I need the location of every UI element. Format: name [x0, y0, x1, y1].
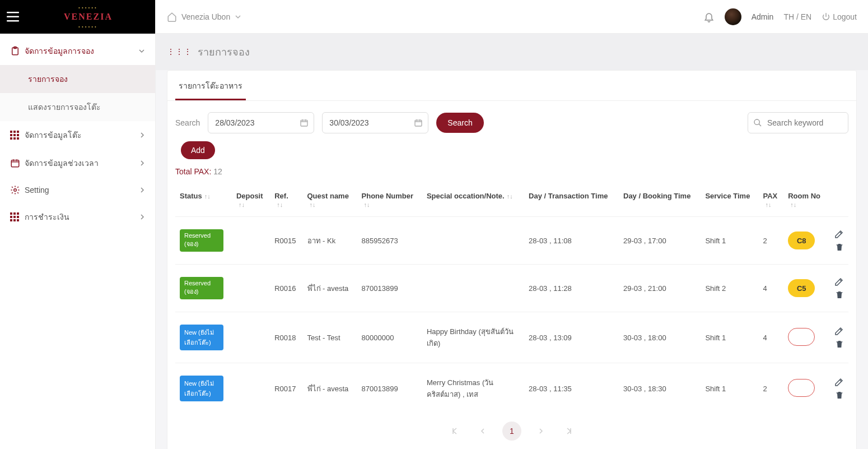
drag-icon: ⋮⋮⋮ — [167, 49, 192, 54]
svg-rect-18 — [17, 212, 19, 215]
status-badge: New (ยังไม่เลือกโต๊ะ) — [180, 376, 223, 401]
room-pill[interactable] — [788, 379, 815, 397]
keyword-input[interactable] — [748, 112, 848, 133]
cell-trx: 28-03 , 11:28 — [524, 265, 619, 312]
svg-rect-14 — [11, 160, 19, 167]
location-selector[interactable]: Venezia Ubon — [167, 12, 241, 22]
sidebar-sub-table-booking[interactable]: แสดงรายการจองโต๊ะ — [0, 93, 155, 121]
page-first[interactable] — [444, 422, 463, 441]
col-book[interactable]: Day / Booking Time — [619, 184, 701, 217]
col-pax[interactable]: PAX↑↓ — [758, 184, 783, 217]
trash-icon[interactable] — [835, 243, 844, 252]
add-row: Add — [167, 138, 856, 165]
col-trx[interactable]: Day / Transaction Time — [524, 184, 619, 217]
row-actions — [832, 229, 844, 252]
trash-icon[interactable] — [835, 290, 844, 299]
search-icon — [753, 118, 762, 127]
svg-rect-5 — [10, 131, 12, 133]
sidebar-item-payment[interactable]: การชำระเงิน — [0, 203, 155, 231]
chevron-right-icon — [139, 187, 145, 193]
col-ref[interactable]: Ref.↑↓ — [270, 184, 302, 217]
home-icon — [167, 12, 177, 22]
calendar-icon[interactable] — [414, 118, 423, 127]
page-prev[interactable] — [473, 422, 492, 441]
hamburger-icon[interactable] — [7, 12, 19, 22]
page-next[interactable] — [531, 422, 550, 441]
power-icon — [822, 12, 830, 21]
svg-rect-21 — [17, 216, 19, 218]
svg-rect-13 — [17, 137, 19, 140]
cell-trx: 28-03 , 11:08 — [524, 217, 619, 265]
sidebar-item-label: จัดการข้อมูลช่วงเวลา — [25, 157, 99, 169]
keyword-search — [748, 112, 848, 133]
svg-rect-19 — [10, 216, 12, 218]
cell-deposit — [232, 265, 270, 312]
edit-icon[interactable] — [834, 229, 844, 239]
svg-rect-16 — [10, 212, 12, 215]
grid-icon — [10, 131, 25, 140]
sidebar-item-label: Setting — [25, 186, 49, 195]
room-pill[interactable] — [788, 328, 815, 346]
col-service[interactable]: Service Time — [701, 184, 758, 217]
room-pill[interactable]: C5 — [788, 279, 815, 297]
sidebar-item-label: จัดการข้อมูลโต๊ะ — [25, 129, 82, 141]
cell-pax: 4 — [758, 265, 783, 312]
date-to-input[interactable] — [322, 112, 428, 133]
cell-deposit — [232, 217, 270, 265]
edit-icon[interactable] — [834, 326, 844, 336]
search-button[interactable]: Search — [436, 113, 483, 133]
lang-switch[interactable]: TH / EN — [783, 12, 811, 21]
page-title: รายการจอง — [198, 44, 250, 60]
tab-food-tables[interactable]: รายการโต๊ะอาหาร — [175, 71, 246, 100]
cell-deposit — [232, 312, 270, 363]
sidebar-sub-booking-list[interactable]: รายการจอง — [0, 65, 155, 93]
edit-icon[interactable] — [834, 377, 844, 387]
col-phone[interactable]: Phone Number↑↓ — [357, 184, 422, 217]
svg-rect-1 — [7, 16, 19, 18]
cell-ref: R0017 — [270, 363, 302, 414]
add-button[interactable]: Add — [181, 141, 215, 159]
edit-icon[interactable] — [834, 277, 844, 287]
status-badge: Reserved (จอง) — [180, 277, 223, 299]
svg-rect-20 — [13, 216, 16, 218]
logout-button[interactable]: Logout — [822, 12, 857, 21]
admin-label: Admin — [752, 12, 774, 21]
status-badge: Reserved (จอง) — [180, 229, 223, 252]
sidebar-item-timeslots[interactable]: จัดการข้อมูลช่วงเวลา — [0, 149, 155, 177]
col-deposit[interactable]: Deposit↑↓ — [232, 184, 270, 217]
bell-icon[interactable] — [703, 11, 715, 22]
col-guest[interactable]: Quest name↑↓ — [303, 184, 357, 217]
clipboard-icon — [10, 46, 25, 56]
cell-note — [422, 217, 524, 265]
trash-icon[interactable] — [835, 391, 844, 400]
cell-service: Shift 1 — [701, 312, 758, 363]
svg-rect-10 — [17, 134, 19, 136]
sidebar-submenu: รายการจอง แสดงรายการจองโต๊ะ — [0, 65, 155, 121]
page-last[interactable] — [561, 422, 580, 441]
col-note[interactable]: Special occation/Note.↑↓ — [422, 184, 524, 217]
calendar-icon[interactable] — [300, 118, 309, 127]
status-badge: New (ยังไม่เลือกโต๊ะ) — [180, 325, 223, 350]
svg-rect-26 — [415, 120, 422, 126]
col-room[interactable]: Room No↑↓ — [783, 184, 828, 217]
date-to-wrapper — [322, 112, 428, 133]
cell-note: Merry Christmas (วันคริสต์มาส) , เทส — [422, 363, 524, 414]
room-pill[interactable]: C8 — [788, 232, 815, 249]
sidebar-item-bookings[interactable]: จัดการข้อมูลการจอง — [0, 37, 155, 65]
sort-icon: ↑↓ — [364, 201, 370, 208]
table-row: New (ยังไม่เลือกโต๊ะ) R0017 พี่ไก่ - ave… — [175, 363, 848, 414]
sort-icon: ↑↓ — [790, 201, 796, 208]
avatar[interactable] — [725, 8, 741, 25]
date-from-input[interactable] — [208, 112, 314, 133]
pagination: 1 — [175, 414, 848, 449]
col-status[interactable]: Status↑↓ — [175, 184, 232, 217]
row-actions — [832, 277, 844, 299]
sidebar-item-setting[interactable]: Setting — [0, 177, 155, 203]
page-subheader: ⋮⋮⋮ รายการจอง — [156, 34, 868, 70]
sidebar-item-label: การชำระเงิน — [25, 211, 69, 223]
cell-guest: พี่ไก่ - avesta — [303, 265, 357, 312]
sort-icon: ↑↓ — [310, 201, 316, 208]
sidebar-item-tables[interactable]: จัดการข้อมูลโต๊ะ — [0, 121, 155, 149]
trash-icon[interactable] — [835, 340, 844, 349]
page-current[interactable]: 1 — [502, 422, 521, 441]
